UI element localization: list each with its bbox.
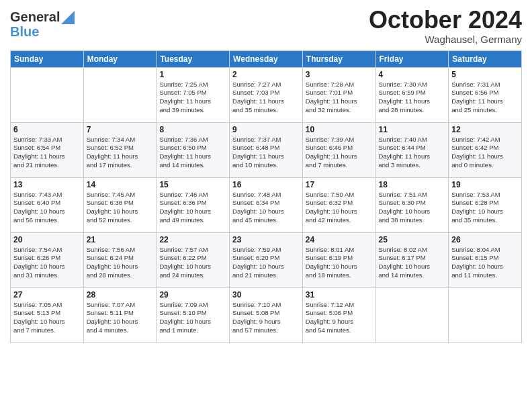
cell-info: Sunset: 6:38 PM [87,199,154,208]
cell-info: Daylight: 10 hours [379,263,446,271]
cell-info: Sunrise: 7:48 AM [232,191,300,199]
calendar-cell: 17Sunrise: 7:50 AMSunset: 6:32 PMDayligh… [302,177,375,232]
cell-info: Daylight: 11 hours [87,152,154,161]
calendar-cell: 22Sunrise: 7:57 AMSunset: 6:22 PMDayligh… [157,232,230,287]
cell-info: Sunset: 6:46 PM [306,144,373,152]
cell-info: Sunrise: 7:40 AM [379,136,446,144]
cell-info: Sunset: 5:08 PM [232,309,300,318]
cell-info: and 56 minutes. [13,216,81,225]
calendar-cell: 3Sunrise: 7:28 AMSunset: 7:01 PMDaylight… [302,67,375,122]
cell-info: Daylight: 11 hours [379,152,446,161]
cell-info: Daylight: 10 hours [87,318,154,326]
cell-info: Sunrise: 7:53 AM [451,191,519,199]
col-header-tuesday: Tuesday [157,50,230,67]
col-header-wednesday: Wednesday [230,50,303,67]
cell-info: Sunrise: 7:50 AM [306,191,373,199]
cell-info: Sunset: 6:56 PM [451,89,519,97]
cell-info: and 14 minutes. [379,271,446,280]
cell-info: Sunset: 5:10 PM [159,309,226,318]
cell-info: Sunrise: 7:27 AM [232,81,300,89]
page: General Blue October 2024 Waghausel, Ger… [0,0,532,353]
cell-info: Sunrise: 7:09 AM [159,301,226,310]
calendar-cell: 13Sunrise: 7:43 AMSunset: 6:40 PMDayligh… [11,177,84,232]
cell-info: Sunrise: 7:43 AM [13,191,81,199]
cell-info: Sunset: 7:01 PM [306,89,373,97]
day-number: 15 [159,180,226,189]
cell-info: Daylight: 11 hours [159,97,226,106]
cell-info: Sunrise: 7:10 AM [232,301,300,310]
cell-info: Sunrise: 7:57 AM [159,246,226,255]
calendar-cell: 18Sunrise: 7:51 AMSunset: 6:30 PMDayligh… [375,177,449,232]
cell-info: Sunrise: 7:28 AM [306,81,373,89]
cell-info: and 14 minutes. [159,161,226,170]
week-row-4: 27Sunrise: 7:05 AMSunset: 5:13 PMDayligh… [11,287,522,342]
cell-info: Sunrise: 7:34 AM [87,136,154,144]
cell-info: and 17 minutes. [87,161,154,170]
day-number: 29 [159,290,226,300]
calendar-cell: 29Sunrise: 7:09 AMSunset: 5:10 PMDayligh… [157,287,230,342]
cell-info: Sunrise: 7:25 AM [159,81,226,89]
calendar-cell: 12Sunrise: 7:42 AMSunset: 6:42 PMDayligh… [449,122,522,177]
cell-info: and 21 minutes. [13,161,81,170]
calendar-cell: 5Sunrise: 7:31 AMSunset: 6:56 PMDaylight… [449,67,522,122]
cell-info: and 28 minutes. [379,106,446,115]
col-header-monday: Monday [83,50,157,67]
cell-info: Sunset: 5:13 PM [13,309,81,318]
cell-info: Sunset: 6:24 PM [87,254,154,263]
day-number: 7 [87,125,154,134]
cell-info: Sunset: 6:19 PM [306,254,373,263]
cell-info: Sunrise: 7:42 AM [451,136,519,144]
cell-info: and 45 minutes. [232,216,300,225]
logo-blue: Blue [10,25,39,38]
calendar-cell: 8Sunrise: 7:36 AMSunset: 6:50 PMDaylight… [157,122,230,177]
cell-info: Daylight: 10 hours [87,208,154,216]
cell-info: Daylight: 11 hours [451,152,519,161]
cell-info: Daylight: 10 hours [13,208,81,216]
cell-info: and 3 minutes. [379,161,446,170]
cell-info: and 38 minutes. [379,216,446,225]
calendar-cell: 21Sunrise: 7:56 AMSunset: 6:24 PMDayligh… [83,232,157,287]
cell-info: Daylight: 11 hours [232,152,300,161]
calendar-cell: 23Sunrise: 7:59 AMSunset: 6:20 PMDayligh… [230,232,303,287]
day-number: 21 [87,235,154,244]
day-number: 2 [232,70,300,79]
calendar-cell: 16Sunrise: 7:48 AMSunset: 6:34 PMDayligh… [230,177,303,232]
cell-info: Sunrise: 7:07 AM [87,301,154,310]
logo-triangle-icon [61,11,75,24]
cell-info: and 10 minutes. [232,161,300,170]
cell-info: Daylight: 10 hours [87,263,154,271]
cell-info: and 54 minutes. [306,326,373,335]
cell-info: Sunrise: 7:51 AM [379,191,446,199]
col-header-friday: Friday [375,50,449,67]
day-number: 12 [451,125,519,134]
day-number: 23 [232,235,300,244]
cell-info: Daylight: 10 hours [232,263,300,271]
cell-info: Sunset: 5:06 PM [306,309,373,318]
cell-info: Sunset: 6:48 PM [232,144,300,152]
cell-info: Sunrise: 7:59 AM [232,246,300,255]
calendar-cell: 31Sunrise: 7:12 AMSunset: 5:06 PMDayligh… [302,287,375,342]
cell-info: Sunset: 6:40 PM [13,199,81,208]
logo-general: General [10,9,60,25]
cell-info: and 39 minutes. [159,106,226,115]
cell-info: Daylight: 10 hours [13,263,81,271]
calendar-cell: 26Sunrise: 8:04 AMSunset: 6:15 PMDayligh… [449,232,522,287]
cell-info: Daylight: 10 hours [159,263,226,271]
calendar-cell [449,287,522,342]
header: General Blue October 2024 Waghausel, Ger… [10,7,522,45]
day-number: 27 [13,290,81,300]
cell-info: Daylight: 10 hours [451,208,519,216]
week-row-0: 1Sunrise: 7:25 AMSunset: 7:05 PMDaylight… [11,67,522,122]
cell-info: Daylight: 10 hours [451,263,519,271]
col-header-saturday: Saturday [449,50,522,67]
cell-info: Sunrise: 7:12 AM [306,301,373,310]
cell-info: Sunrise: 8:04 AM [451,246,519,255]
cell-info: Sunset: 6:54 PM [13,144,81,152]
cell-info: and 21 minutes. [232,271,300,280]
cell-info: Sunrise: 7:36 AM [159,136,226,144]
cell-info: Sunrise: 7:05 AM [13,301,81,310]
day-number: 26 [451,235,519,244]
day-number: 30 [232,290,300,300]
day-number: 8 [159,125,226,134]
cell-info: Daylight: 11 hours [13,152,81,161]
